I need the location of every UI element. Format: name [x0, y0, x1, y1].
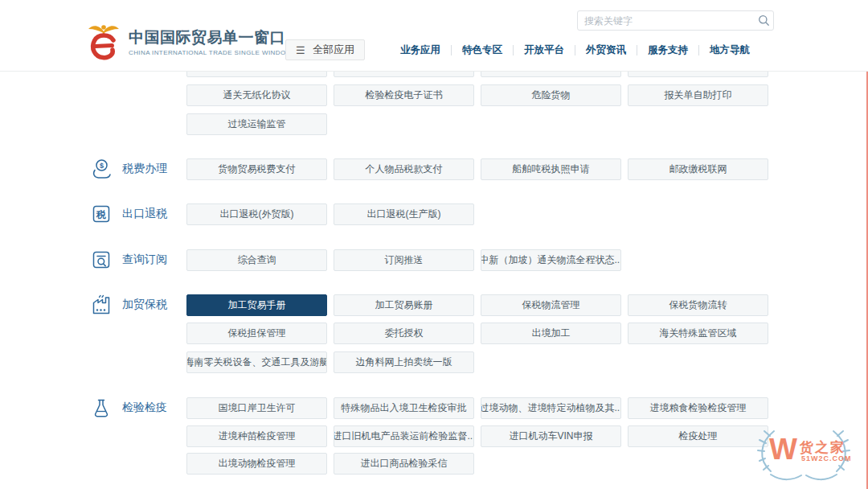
app-button[interactable]: 检验检疫电子证书	[334, 84, 474, 106]
app-button[interactable]: 出境动物检疫管理	[186, 453, 327, 475]
coin-hand-icon: $	[90, 158, 113, 180]
app-button[interactable]: 进境种苗检疫管理	[186, 425, 327, 447]
nav-item-special-zones[interactable]: 特色专区	[462, 43, 502, 57]
search-subscribe-icon	[90, 249, 113, 271]
app-button[interactable]: 船舶吨税执照申请	[481, 158, 621, 180]
app-button[interactable]: 出口退税(外贸版)	[186, 203, 327, 225]
search-input[interactable]	[578, 15, 754, 27]
app-button[interactable]: 货物贸易税费支付	[186, 158, 327, 180]
app-button-row: 综合查询订阅推送中新（加坡）通关物流全程状态...	[186, 249, 621, 271]
flask-icon	[90, 397, 113, 419]
logo-icon	[85, 22, 122, 65]
svg-text:$: $	[100, 162, 104, 170]
category-label: 税费办理	[122, 162, 167, 176]
app-button[interactable]: 综合查询	[186, 249, 327, 271]
app-button-active[interactable]: 加工贸易手册	[186, 294, 327, 316]
app-button-row: 加工贸易手册加工贸易账册保税物流管理保税货物流转	[186, 294, 768, 316]
category-label: 出口退税	[122, 207, 167, 221]
app-button[interactable]: 委托授权	[334, 323, 474, 344]
nav-item-trade-news[interactable]: 外贸资讯	[586, 43, 626, 57]
category-label: 查询订阅	[122, 253, 167, 267]
app-button[interactable]: 出境加工	[481, 323, 621, 344]
app-button[interactable]: 通关无纸化协议	[186, 84, 327, 106]
category-label: 加贸保税	[122, 298, 167, 312]
app-button[interactable]: 海关特殊监管区域	[628, 323, 768, 344]
app-button[interactable]: 进出口商品检验采信	[334, 453, 474, 475]
brand-logo[interactable]: 中国国际贸易单一窗口 CHINA INTERNATIONAL TRADE SIN…	[85, 22, 292, 65]
category-inspection-quarantine: 检验检疫	[90, 397, 167, 419]
app-button[interactable]: 进境粮食检验检疫管理	[628, 397, 768, 419]
app-button[interactable]: 过境运输监管	[186, 113, 327, 135]
app-button-row: 进境种苗检疫管理进口旧机电产品装运前检验监督...进口机动车VIN申报检疫处理	[186, 425, 768, 447]
app-button-row: 保税担保管理委托授权出境加工海关特殊监管区域	[186, 323, 768, 344]
app-button[interactable]: 过境动物、进境特定动植物及其...	[481, 397, 621, 419]
app-button-row: 出境动物检疫管理进出口商品检验采信	[186, 453, 474, 475]
category-processing-bonded: 加贸保税	[90, 294, 167, 316]
app-button[interactable]: 进口旧机电产品装运前检验监督...	[334, 425, 474, 447]
app-button[interactable]: 个人物品税款支付	[334, 158, 474, 180]
nav-item-business-apps[interactable]: 业务应用	[400, 43, 440, 57]
app-button-row: 通关无纸化协议检验检疫电子证书危险货物报关单自助打印	[186, 84, 768, 106]
category-query-subscribe: 查询订阅	[90, 249, 167, 271]
app-button[interactable]: 出口退税(生产版)	[334, 203, 474, 225]
search-box	[577, 10, 774, 31]
app-button[interactable]: 邮政缴税联网	[628, 158, 768, 180]
nav-item-open-platform[interactable]: 开放平台	[524, 43, 564, 57]
nav-separator	[575, 45, 575, 55]
app-button[interactable]: 保税物流管理	[481, 294, 621, 316]
all-apps-label: 全部应用	[313, 43, 354, 57]
app-button[interactable]: 保税货物流转	[628, 294, 768, 316]
category-export-rebate: 税 出口退税	[90, 203, 167, 225]
nav-separator	[451, 45, 452, 55]
page: 中国国际贸易单一窗口 CHINA INTERNATIONAL TRADE SIN…	[0, 0, 868, 489]
app-button[interactable]: 边角料网上拍卖统一版	[334, 351, 474, 373]
nav-separator	[513, 45, 514, 55]
app-button[interactable]: 中新（加坡）通关物流全程状态...	[481, 249, 621, 271]
category-label: 检验检疫	[122, 401, 167, 415]
app-button[interactable]: 国境口岸卫生许可	[186, 397, 327, 419]
category-tax-payment: $ 税费办理	[90, 158, 167, 180]
app-button-row: 海南零关税设备、交通工具及游艇边角料网上拍卖统一版	[186, 351, 474, 373]
app-button[interactable]: 报关单自助打印	[628, 84, 768, 106]
app-button-row: 货物贸易税费支付个人物品税款支付船舶吨税执照申请邮政缴税联网	[186, 158, 768, 180]
app-button[interactable]: 订阅推送	[334, 249, 474, 271]
factory-icon	[90, 294, 113, 316]
watermark-letter: W	[769, 434, 797, 464]
header: 中国国际贸易单一窗口 CHINA INTERNATIONAL TRADE SIN…	[0, 0, 868, 72]
hamburger-icon: ☰	[296, 45, 307, 55]
app-button[interactable]: 进口机动车VIN申报	[481, 425, 621, 447]
brand-text: 中国国际贸易单一窗口 CHINA INTERNATIONAL TRADE SIN…	[129, 22, 292, 56]
app-button[interactable]: 检疫处理	[628, 425, 768, 447]
app-button[interactable]: 保税担保管理	[186, 323, 327, 344]
app-button[interactable]: 特殊物品出入境卫生检疫审批	[334, 397, 474, 419]
app-button-row: 过境运输监管	[186, 113, 327, 135]
nav-item-local-navigation[interactable]: 地方导航	[710, 43, 750, 57]
site-title: 中国国际贸易单一窗口	[129, 29, 292, 47]
watermark-brand: 货之家	[800, 438, 845, 457]
nav-separator	[637, 45, 637, 55]
nav-item-service-support[interactable]: 服务支持	[648, 43, 688, 57]
app-button[interactable]: 危险货物	[481, 84, 621, 106]
all-apps-button[interactable]: ☰ 全部应用	[285, 39, 365, 60]
tax-icon: 税	[90, 203, 113, 225]
app-button-row: 出口退税(外贸版)出口退税(生产版)	[186, 203, 474, 225]
search-icon[interactable]	[754, 14, 773, 27]
app-button[interactable]: 加工贸易账册	[334, 294, 474, 316]
svg-text:税: 税	[96, 209, 106, 220]
app-button-row: 国境口岸卫生许可特殊物品出入境卫生检疫审批过境动物、进境特定动植物及其...进境…	[186, 397, 768, 419]
nav-separator	[698, 45, 699, 55]
site-subtitle: CHINA INTERNATIONAL TRADE SINGLE WINDOW	[129, 49, 292, 56]
watermark-domain: 51W2C.COM	[801, 454, 852, 462]
app-button[interactable]: 海南零关税设备、交通工具及游艇	[186, 351, 327, 373]
main-nav: 业务应用 特色专区 开放平台 外贸资讯 服务支持 地方导航	[400, 43, 750, 57]
